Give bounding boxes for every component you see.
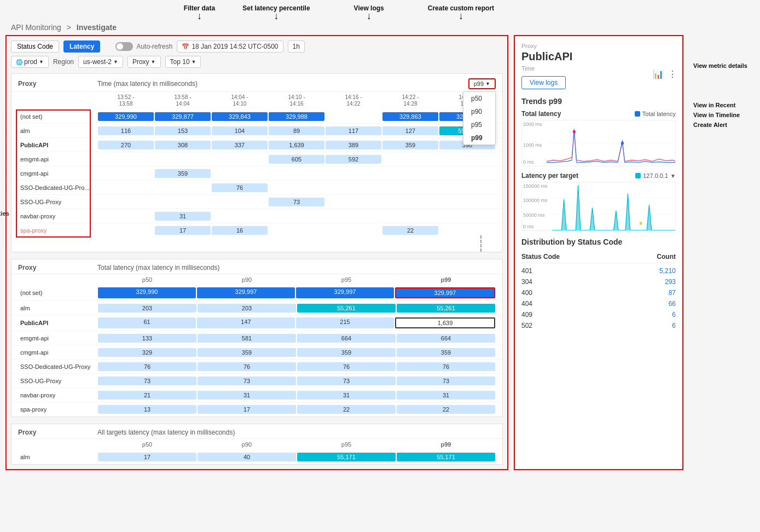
table-row: cmgmt-api 329 359 359 359: [11, 345, 502, 360]
cell: [269, 183, 324, 192]
status-code-404: 404: [521, 300, 532, 308]
auto-refresh-toggle[interactable]: Auto-refresh: [115, 42, 172, 51]
cell: [155, 155, 211, 164]
cell: 329,863: [382, 112, 438, 121]
chart-label-0: 0 ms: [523, 159, 534, 165]
chart-label-50k: 50000 ms: [523, 212, 545, 218]
cell: 581: [198, 334, 296, 343]
table-row: navbar-proxy 21 31 31 31: [11, 388, 502, 402]
row-values: 17 40 55,171 55,171: [97, 452, 496, 462]
row-values: 76 76 76 76: [97, 362, 496, 372]
table-row: emgmt-api 133 581 664 664: [11, 331, 502, 345]
cell: 76: [212, 183, 268, 192]
status-code-401: 401: [521, 267, 532, 275]
p99-wrapper[interactable]: p99 ▼ p50 p90 p95 p99: [468, 78, 496, 89]
proxy-name-sso-ug: SSO-UG-Proxy: [18, 199, 97, 205]
p99-selector[interactable]: p99 ▼: [468, 78, 496, 89]
cell: 22: [382, 226, 438, 235]
p99-option[interactable]: p99: [463, 131, 495, 144]
time-col-headers: 13:52 -13:58 13:58 -14:04 14:04 -14:10 1…: [97, 94, 496, 107]
proxy-name: alm: [18, 454, 97, 460]
p95-header: p95: [297, 276, 396, 283]
table-row: spa-proxy 13 17 22 22: [11, 402, 502, 417]
time-col-3: 14:10 -14:16: [268, 94, 325, 107]
cell: [382, 212, 438, 221]
cell: 55,261: [397, 304, 495, 313]
top10-dropdown[interactable]: Top 10 ▼: [165, 56, 201, 68]
table1-rows-wrapper: (not set) 329,990 329,877 329,843 329,98…: [11, 109, 502, 238]
row-values: 61 147 215 1,639: [97, 317, 496, 329]
table2-proxy-header: Proxy: [18, 264, 97, 271]
proxy-name-title: PublicAPI: [521, 50, 676, 63]
cell: 337: [212, 141, 268, 149]
cell: 329,997: [296, 287, 394, 298]
top10-label: Top 10: [170, 58, 190, 66]
proxy-name-notset: (not set): [18, 113, 97, 120]
view-timeline-note: View in Timeline: [693, 112, 755, 118]
table-row: SSO-UG-Proxy 73 73 73 73: [11, 374, 502, 388]
latency-per-target-label: Latency per target: [521, 172, 578, 180]
breadcrumb-parent: API Monitoring: [11, 23, 61, 32]
cell: [439, 183, 495, 192]
cell: 329,988: [269, 112, 324, 121]
legend-dot-blue: [635, 111, 640, 117]
cell: 16: [212, 226, 268, 235]
cell: [439, 226, 495, 235]
proxy-name: emgmt-api: [18, 335, 97, 342]
cell: [326, 198, 381, 206]
cell: 664: [397, 334, 495, 343]
p99-chevron: ▼: [485, 81, 490, 86]
chart-label-0ms: 0 ms: [523, 224, 534, 229]
dist-title: Distribution by Status Code: [521, 238, 676, 246]
proxy-dropdown[interactable]: Proxy ▼: [127, 56, 161, 68]
percentile-dropdown[interactable]: p50 p90 p95 p99: [463, 91, 496, 145]
proxy-name-navbar: navbar-proxy: [18, 213, 97, 219]
cell: 308: [155, 141, 211, 149]
cell: 73: [98, 377, 196, 385]
duration-filter[interactable]: 1h: [288, 41, 305, 53]
cell: [326, 112, 381, 121]
table3-proxy-header: Proxy: [18, 429, 97, 436]
row-values: 203 203 55,261 55,261: [97, 303, 496, 313]
cell: [212, 169, 268, 178]
proxy-name: cmgmt-api: [18, 349, 97, 356]
p95-option[interactable]: p95: [463, 118, 495, 131]
chart-label-100k: 100000 ms: [523, 198, 548, 203]
region-dropdown[interactable]: us-west-2 ▼: [78, 56, 123, 68]
cell: 22: [397, 405, 495, 414]
cell: 55,261: [297, 304, 396, 313]
cell: [212, 155, 268, 164]
p90-option[interactable]: p90: [463, 105, 495, 118]
table-row: emgmt-api 605 592: [11, 152, 502, 166]
cell: [212, 198, 268, 206]
latency-btn[interactable]: Latency: [63, 41, 100, 53]
table-row: cmgmt-api 359: [11, 166, 502, 181]
proxy-label: Proxy: [521, 43, 676, 49]
chart-icon[interactable]: 📊: [653, 69, 664, 79]
total-latency-svg: [547, 120, 675, 166]
date-filter[interactable]: 📅 18 Jan 2019 14:52 UTC-0500: [177, 41, 283, 53]
cell: 117: [326, 126, 381, 135]
row-values: 133 581 664 664: [97, 333, 496, 343]
right-panel-actions: 📊 ⋮: [653, 69, 677, 79]
target-legend-arrow[interactable]: ▼: [670, 173, 676, 179]
p50-option[interactable]: p50: [463, 92, 495, 105]
view-logs-btn[interactable]: View logs: [521, 76, 566, 89]
cell: [269, 169, 324, 178]
more-options-icon[interactable]: ⋮: [668, 69, 677, 79]
cell: 270: [98, 141, 154, 149]
svg-rect-10: [640, 222, 642, 225]
cell: 147: [197, 317, 295, 328]
prod-dropdown[interactable]: 🌐 prod ▼: [11, 56, 49, 68]
table-row: SSO-UG-Proxy 73: [11, 195, 502, 209]
cell: 133: [98, 334, 196, 343]
proxy-name-alm: alm: [18, 128, 97, 134]
status-code-btn[interactable]: Status Code: [11, 41, 59, 53]
cell: 17: [198, 405, 296, 414]
cell: 55,171: [397, 453, 495, 461]
date-label: 18 Jan 2019 14:52 UTC-0500: [192, 43, 278, 50]
table2-percentile-headers: p50 p90 p95 p99: [11, 274, 502, 285]
row-values: 21 31 31 31: [97, 390, 496, 400]
cell: [155, 198, 211, 206]
toggle-switch[interactable]: [115, 42, 133, 51]
